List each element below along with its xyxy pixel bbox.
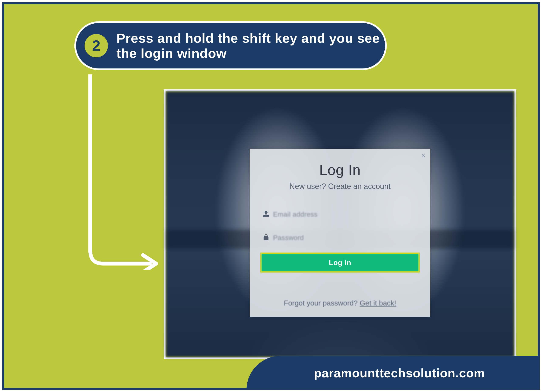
forgot-password-row: Forgot your password? Get it back! xyxy=(250,299,430,307)
close-icon[interactable]: ✕ xyxy=(421,153,426,159)
instruction-card-frame: 2 Press and hold the shift key and you s… xyxy=(2,2,540,390)
step-instruction-text: Press and hold the shift key and you see… xyxy=(116,31,385,61)
password-placeholder: Password xyxy=(273,234,304,242)
user-icon xyxy=(262,210,273,218)
forgot-password-text: Forgot your password? xyxy=(284,299,360,307)
step-bubble: 2 Press and hold the shift key and you s… xyxy=(74,21,387,70)
forgot-password-link[interactable]: Get it back! xyxy=(360,299,396,307)
login-button-highlight: Log in xyxy=(260,253,420,273)
lock-icon xyxy=(262,234,273,242)
step-number: 2 xyxy=(92,37,101,54)
step-number-badge: 2 xyxy=(85,34,108,57)
connector-arrow-icon xyxy=(86,74,160,270)
password-field[interactable]: Password xyxy=(262,229,418,246)
footer-badge: paramounttechsolution.com xyxy=(247,356,540,390)
login-modal: ✕ Log In New user? Create an account Ema… xyxy=(250,149,430,317)
login-subtitle[interactable]: New user? Create an account xyxy=(250,182,430,191)
login-title: Log In xyxy=(250,161,430,178)
email-field[interactable]: Email address xyxy=(262,206,418,223)
email-placeholder: Email address xyxy=(273,210,318,218)
screenshot-panel: ✕ Log In New user? Create an account Ema… xyxy=(164,89,516,359)
login-button-label: Log in xyxy=(329,259,351,267)
login-button[interactable]: Log in xyxy=(262,254,418,271)
footer-site-text: paramounttechsolution.com xyxy=(314,366,485,380)
